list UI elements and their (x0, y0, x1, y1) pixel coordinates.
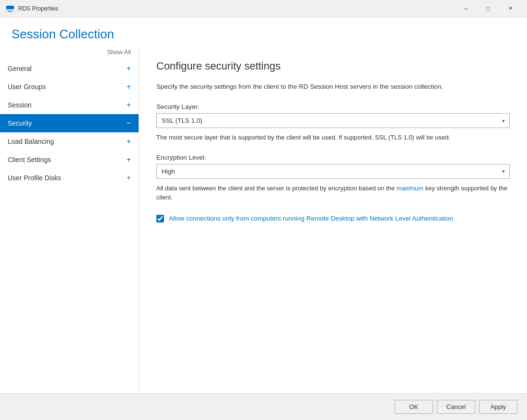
sidebar-label-user-groups: User Groups (8, 83, 127, 91)
sidebar-label-user-profile-disks: User Profile Disks (8, 174, 127, 182)
ok-button[interactable]: OK (395, 400, 433, 414)
security-layer-help: The most secure layer that is supported … (156, 133, 510, 142)
description-text: Specify the security settings from the c… (156, 82, 510, 92)
nla-checkbox-label[interactable]: Allow connections only from computers ru… (169, 214, 453, 223)
encryption-level-help: All data sent between the client and the… (156, 184, 510, 202)
window-controls: ─ □ ✕ (455, 1, 521, 16)
nla-checkbox-group: Allow connections only from computers ru… (156, 214, 510, 223)
window-header: Session Collection (0, 17, 527, 47)
sidebar-item-user-groups[interactable]: User Groups + (0, 78, 139, 96)
title-bar: RDS Properties ─ □ ✕ (0, 0, 527, 17)
minimize-button[interactable]: ─ (455, 1, 477, 16)
sidebar-icon-session: + (127, 101, 131, 109)
sidebar-item-load-balancing[interactable]: Load Balancing + (0, 132, 139, 151)
show-all-link[interactable]: Show All (0, 47, 139, 59)
svg-rect-3 (7, 12, 13, 12)
window-footer: OK Cancel Apply (0, 393, 527, 420)
sidebar-icon-user-profile-disks: + (127, 174, 131, 182)
app-icon (6, 4, 14, 13)
sidebar-label-session: Session (8, 101, 127, 109)
security-layer-label: Security Layer: (156, 103, 510, 110)
encryption-level-dropdown-wrapper: LowClient CompatibleHighFIPS Compliant ▾ (156, 164, 510, 179)
sidebar-item-user-profile-disks[interactable]: User Profile Disks + (0, 169, 139, 187)
sidebar-item-session[interactable]: Session + (0, 96, 139, 114)
sidebar-icon-client-settings: + (127, 155, 131, 164)
encryption-level-label: Encryption Level: (156, 154, 510, 161)
encryption-level-select[interactable]: LowClient CompatibleHighFIPS Compliant (156, 164, 510, 179)
nla-checkbox[interactable] (156, 215, 164, 222)
main-window: Session Collection Show All General + Us… (0, 17, 527, 420)
sidebar-icon-general: + (127, 64, 131, 73)
sidebar-icon-load-balancing: + (127, 137, 131, 146)
sidebar-label-load-balancing: Load Balancing (8, 138, 127, 145)
encryption-help-link: maximum (397, 185, 423, 192)
sidebar-label-general: General (8, 65, 127, 72)
sidebar-item-general[interactable]: General + (0, 59, 139, 78)
close-button[interactable]: ✕ (499, 1, 521, 16)
apply-button[interactable]: Apply (479, 400, 517, 414)
sidebar-item-security[interactable]: Security − (0, 114, 139, 132)
sidebar-icon-security: − (127, 119, 131, 128)
svg-rect-1 (6, 6, 14, 9)
sidebar-label-security: Security (8, 119, 127, 127)
cancel-button[interactable]: Cancel (437, 400, 475, 414)
page-heading: Configure security settings (156, 60, 510, 72)
security-layer-select[interactable]: NegotiateRDPSSL (TLS 1.0) (156, 113, 510, 128)
window-title: RDS Properties (18, 5, 455, 12)
maximize-button[interactable]: □ (477, 1, 499, 16)
security-layer-dropdown-wrapper: NegotiateRDPSSL (TLS 1.0) ▾ (156, 113, 510, 128)
sidebar: Show All General + User Groups + Session… (0, 47, 139, 393)
sidebar-icon-user-groups: + (127, 82, 131, 91)
window-section-title: Session Collection (12, 27, 515, 42)
content-area: Show All General + User Groups + Session… (0, 47, 527, 393)
sidebar-label-client-settings: Client Settings (8, 156, 127, 163)
main-content-panel: Configure security settings Specify the … (139, 47, 527, 393)
sidebar-item-client-settings[interactable]: Client Settings + (0, 151, 139, 169)
